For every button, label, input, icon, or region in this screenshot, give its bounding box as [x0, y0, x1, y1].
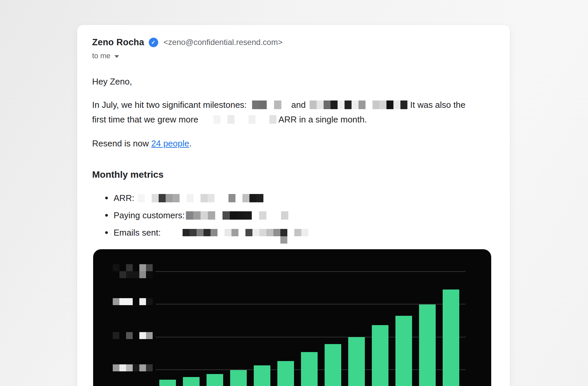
chart-bar [183, 377, 200, 386]
paragraph-text: first time that we grew more [92, 114, 198, 125]
chart-bar [443, 290, 459, 386]
recipient-label: to me [92, 52, 110, 60]
redacted-y-axis-label [113, 364, 153, 371]
chart-bar [159, 380, 176, 386]
chevron-down-icon [114, 55, 119, 58]
bullet-icon: • [105, 192, 108, 204]
redacted-arr-value [138, 194, 263, 202]
redacted-y-axis-label [113, 264, 153, 271]
chart-bar [301, 352, 318, 386]
page-background: Zeno Rocha ✓ <zeno@confidential.resend.c… [0, 0, 588, 386]
redacted-milestone-2 [310, 100, 407, 109]
team-size-paragraph: Resend is now 24 people. [92, 136, 495, 151]
redacted-y-axis-label [113, 332, 153, 339]
chart-bar [372, 325, 388, 386]
chart-bar [395, 316, 412, 386]
redacted-paying-customers-value [186, 211, 288, 220]
metrics-list: • ARR: • Paying customers: • Emails sent… [92, 189, 495, 241]
chart-bar [419, 304, 436, 386]
paragraph-text: and [291, 100, 306, 110]
redacted-y-axis-label [113, 298, 153, 305]
verified-badge-icon: ✓ [149, 38, 158, 47]
chart-bar [230, 370, 247, 386]
chart-gridline [156, 271, 466, 272]
milestones-paragraph: In July, we hit two significant mileston… [92, 97, 495, 127]
greeting-text: Hey Zeno, [92, 74, 495, 89]
email-header: Zeno Rocha ✓ <zeno@confidential.resend.c… [92, 36, 495, 48]
team-size-link[interactable]: 24 people [151, 138, 189, 148]
recipient-dropdown[interactable]: to me [92, 52, 119, 60]
metric-label: Emails sent: [114, 228, 161, 238]
bullet-icon: • [105, 227, 108, 238]
chart-bar [254, 365, 270, 386]
paragraph-text: ARR in a single month. [278, 114, 367, 125]
bullet-icon: • [105, 210, 108, 221]
chart-bar [348, 337, 365, 386]
metric-label: ARR: [114, 193, 134, 203]
chart-bar [277, 361, 294, 386]
metric-label: Paying customers: [114, 210, 185, 221]
email-card: Zeno Rocha ✓ <zeno@confidential.resend.c… [77, 25, 510, 386]
redacted-growth-amount [214, 115, 276, 124]
redacted-milestone-1 [252, 100, 281, 109]
sender-address: <zeno@confidential.resend.com> [164, 38, 283, 47]
chart-bar [207, 374, 223, 386]
paragraph-text: In July, we hit two significant mileston… [92, 100, 247, 110]
paragraph-text: It was also the [410, 100, 465, 110]
list-item-arr: • ARR: [105, 189, 495, 207]
list-item-paying-customers: • Paying customers: [105, 207, 495, 224]
redacted-emails-sent-value [183, 229, 308, 236]
chart-bar [325, 344, 341, 386]
metrics-chart [93, 249, 491, 386]
list-item-emails-sent: • Emails sent: [105, 224, 495, 241]
sender-name: Zeno Rocha [92, 37, 144, 48]
metrics-heading: Monthly metrics [92, 167, 495, 182]
